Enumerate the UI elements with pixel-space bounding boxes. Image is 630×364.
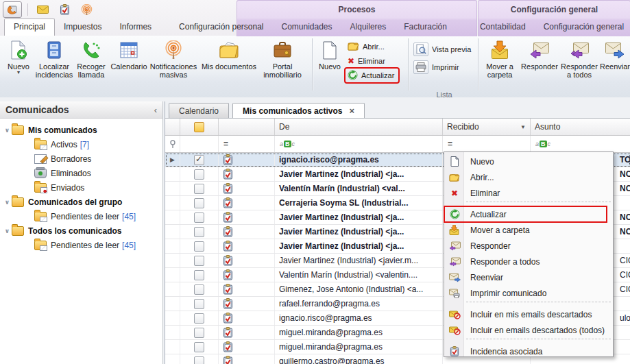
filter-asunto-cell[interactable]: aBc xyxy=(531,136,630,152)
row-checkbox[interactable] xyxy=(194,284,204,295)
row-checkbox-cell[interactable] xyxy=(180,268,219,282)
abrir-button[interactable]: Abrir... xyxy=(346,40,398,53)
menu-item-eliminar[interactable]: ✖ Eliminar xyxy=(444,185,613,201)
calendario-button[interactable]: Calendario xyxy=(109,37,149,87)
ribbon-tab[interactable]: Informes xyxy=(110,19,160,36)
nuevo-button[interactable]: Nuevo ▾ xyxy=(2,37,35,87)
mover-a-carpeta-button[interactable]: Mover a carpeta xyxy=(481,37,519,87)
row-checkbox-cell[interactable] xyxy=(180,326,219,339)
tree-item[interactable]: ∨ Enviados xyxy=(0,180,162,195)
row-checkbox[interactable] xyxy=(194,342,204,352)
notificaciones-masivas-button[interactable]: Notificaciones masivas xyxy=(149,37,198,87)
menu-item-responder[interactable]: Responder xyxy=(444,238,613,254)
menu-item-reenviar[interactable]: Reenviar xyxy=(444,269,613,285)
row-checkbox[interactable] xyxy=(194,155,204,165)
ribbon-tab[interactable]: Impuestos xyxy=(55,19,110,36)
menu-item-responder-a-todos[interactable]: Responder a todos xyxy=(444,254,613,269)
row-checkbox-cell[interactable] xyxy=(180,254,219,267)
expand-arrow-icon[interactable]: ∨ xyxy=(3,199,12,206)
row-checkbox[interactable] xyxy=(194,198,204,208)
tree-item[interactable]: ∨ Activos [7] xyxy=(0,137,162,151)
menu-item-mover-a-carpeta[interactable]: Mover a carpeta xyxy=(444,222,613,238)
broadcast-icon[interactable] xyxy=(77,2,95,17)
tree-item[interactable]: ∨ Borradores xyxy=(0,151,162,166)
responder-a-todos-button[interactable]: Responder a todos xyxy=(560,37,598,87)
row-checkbox-cell[interactable] xyxy=(180,196,219,210)
filter-icon-cell[interactable]: = xyxy=(219,136,275,152)
row-checkbox[interactable] xyxy=(194,328,204,338)
menu-item-abrir[interactable]: Abrir... xyxy=(444,169,613,185)
row-checkbox-cell[interactable] xyxy=(180,153,219,167)
phone-app-icon[interactable] xyxy=(3,1,22,18)
tree-item[interactable]: ∨ Eliminados xyxy=(0,166,162,180)
row-checkbox[interactable] xyxy=(194,313,204,324)
row-checkbox[interactable] xyxy=(194,184,204,194)
mail-icon[interactable] xyxy=(34,2,51,17)
row-checkbox-cell[interactable] xyxy=(180,340,219,354)
row-checkbox[interactable] xyxy=(194,299,204,309)
row-checkbox-cell[interactable] xyxy=(180,282,219,296)
row-checkbox-cell[interactable] xyxy=(180,182,219,195)
ribbon-tab[interactable]: Principal xyxy=(4,19,55,36)
row-checkbox[interactable] xyxy=(194,270,204,280)
row-checkbox-cell[interactable] xyxy=(180,297,219,311)
portal-inmobiliario-button[interactable]: Portal inmobiliario xyxy=(260,37,305,87)
row-checkbox-cell[interactable] xyxy=(180,354,219,364)
imprimir-button[interactable]: Imprimir xyxy=(411,60,475,74)
ribbon-tab[interactable]: Comunidades xyxy=(273,19,341,36)
menu-item-incluir-mis-descartados[interactable]: Incluir en mis emails descartados xyxy=(444,306,613,322)
row-checkbox[interactable] xyxy=(194,256,204,266)
expand-arrow-icon[interactable]: ∨ xyxy=(3,228,12,234)
filter-pin-icon[interactable] xyxy=(165,136,180,152)
filter-checkbox-cell[interactable] xyxy=(180,136,219,152)
header-checkbox-cell[interactable] xyxy=(180,119,219,135)
menu-item-nuevo[interactable]: Nuevo xyxy=(444,154,613,169)
actualizar-button-highlighted[interactable]: Actualizar xyxy=(346,69,398,82)
row-checkbox-cell[interactable] xyxy=(180,167,219,181)
menu-item-incidencia-asociada[interactable]: Incidencia asociada xyxy=(444,343,613,359)
header-recibido[interactable]: Recibido▼ xyxy=(443,119,531,135)
tree-item[interactable]: ∨ Pendientes de leer [45] xyxy=(0,209,162,223)
ribbon-tab[interactable]: Configuración general xyxy=(535,19,630,36)
comunicado-clipboard-icon[interactable] xyxy=(56,2,73,17)
ribbon-tab[interactable]: Configuración personal xyxy=(170,19,272,36)
mis-documentos-button[interactable]: Mis documentos xyxy=(198,37,260,87)
tree-item[interactable]: ∨ Comunicados del grupo xyxy=(0,195,162,209)
nuevo-lista-button[interactable]: Nuevo xyxy=(314,37,346,87)
ribbon-tab[interactable]: Contabilidad xyxy=(471,19,535,36)
header-icon-cell[interactable] xyxy=(219,119,275,135)
row-checkbox[interactable] xyxy=(194,227,204,237)
row-checkbox-cell[interactable] xyxy=(180,311,219,325)
expand-arrow-icon[interactable]: ∨ xyxy=(3,127,12,134)
reenviar-button[interactable]: Reenviar xyxy=(600,37,630,87)
tree-item[interactable]: ∨ Pendientes de leer [45] xyxy=(0,238,162,252)
filter-de-cell[interactable]: aBc xyxy=(275,136,443,152)
row-checkbox[interactable] xyxy=(194,241,204,252)
tab-mis-comunicados-activos[interactable]: Mis comunicados activos × xyxy=(232,103,365,118)
ribbon-tab[interactable]: Facturación xyxy=(395,19,456,36)
recoger-llamada-button[interactable]: Recoger llamada xyxy=(73,37,109,87)
ribbon-tab[interactable]: Alquileres xyxy=(341,19,396,36)
row-checkbox[interactable] xyxy=(194,356,204,364)
close-tab-icon[interactable]: × xyxy=(349,108,354,114)
filter-recibido-cell[interactable]: = xyxy=(443,136,531,152)
row-checkbox-cell[interactable] xyxy=(180,239,219,253)
localizar-incidencias-button[interactable]: Localizar incidencias xyxy=(35,37,73,87)
menu-item-actualizar-highlighted[interactable]: Actualizar xyxy=(444,206,607,222)
row-checkbox-cell[interactable] xyxy=(180,210,219,224)
tree-item[interactable]: ∨ Todos los comunicados xyxy=(0,223,162,238)
sidebar-collapse-icon[interactable]: ‹ xyxy=(154,105,157,115)
header-asunto[interactable]: Asunto xyxy=(531,119,630,135)
vista-previa-button[interactable]: Vista previa xyxy=(411,43,475,56)
select-all-checkbox-icon[interactable] xyxy=(194,122,204,132)
row-checkbox[interactable] xyxy=(194,213,204,223)
row-checkbox[interactable] xyxy=(194,169,204,180)
tab-calendario[interactable]: Calendario xyxy=(169,103,229,118)
sort-desc-icon[interactable]: ▼ xyxy=(520,124,526,130)
tree-item[interactable]: ∨ Mis comunicados xyxy=(0,123,162,137)
responder-button[interactable]: Responder xyxy=(520,37,559,87)
menu-item-incluir-descartados-todos[interactable]: Incluir en emails descartados (todos) xyxy=(444,322,613,338)
menu-item-imprimir-comunicado[interactable]: Imprimir comunicado xyxy=(444,285,613,301)
row-checkbox-cell[interactable] xyxy=(180,225,219,239)
header-de[interactable]: De xyxy=(275,119,443,135)
